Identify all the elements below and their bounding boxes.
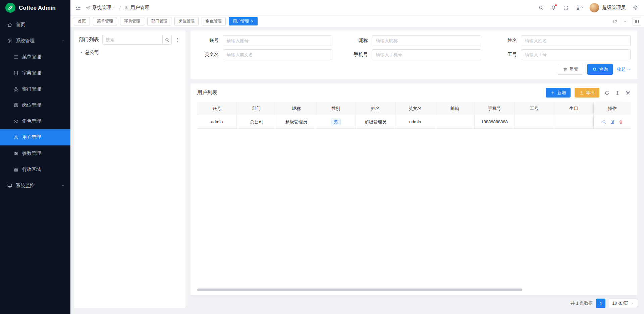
- account-input[interactable]: [223, 35, 332, 46]
- cell-department: 总公司: [237, 115, 276, 129]
- delete-icon[interactable]: [619, 120, 623, 124]
- table-row: admin 总公司 超级管理员 男 超级管理员 admin 1888888888…: [197, 115, 631, 129]
- refresh-icon[interactable]: [610, 17, 620, 25]
- tree-node-head-office[interactable]: 总公司: [79, 49, 180, 57]
- breadcrumb-page[interactable]: 用户管理: [124, 5, 149, 11]
- export-button-label: 导出: [586, 90, 595, 96]
- cell-phone: 18888888888: [475, 115, 514, 129]
- breadcrumb: 系统管理 / 用户管理: [86, 5, 149, 11]
- sidebar-item-home[interactable]: 首页: [0, 17, 70, 33]
- sidebar-item-dictionary-management[interactable]: 字典管理: [0, 65, 70, 81]
- name-input[interactable]: [521, 35, 631, 46]
- sidebar-item-role-management[interactable]: 角色管理: [0, 113, 70, 129]
- sidebar-item-admin-region[interactable]: 行政区域: [0, 162, 70, 178]
- horizontal-scrollbar: [197, 288, 631, 292]
- reset-button[interactable]: 重置: [558, 64, 583, 75]
- tab-label: 首页: [78, 18, 86, 24]
- monitor-icon: [7, 183, 12, 188]
- column-header: 昵称: [276, 102, 316, 115]
- tree-node-label: 总公司: [85, 50, 99, 56]
- phone-input[interactable]: [372, 49, 482, 60]
- department-panel-header: 部门列表: [79, 35, 180, 45]
- column-header: 英文名: [395, 102, 435, 115]
- sidebar-item-label: 首页: [16, 22, 25, 28]
- collapse-sidebar-icon[interactable]: [75, 5, 81, 11]
- search-form: 账号 昵称 姓名 英文名: [197, 35, 631, 60]
- work-no-input[interactable]: [521, 49, 631, 60]
- form-item-nickname: 昵称: [346, 35, 482, 46]
- layout-icon[interactable]: [633, 17, 641, 25]
- sidebar-item-post-management[interactable]: 岗位管理: [0, 97, 70, 113]
- gear-icon: [86, 5, 91, 10]
- sidebar-item-label: 岗位管理: [22, 102, 41, 108]
- sidebar-submenu: 菜单管理 字典管理 部门管理 岗位管理 角色管理: [0, 49, 70, 178]
- fullscreen-icon[interactable]: [563, 5, 569, 10]
- tab-role-management[interactable]: 角色管理: [202, 17, 226, 25]
- sidebar-item-menu-management[interactable]: 菜单管理: [0, 49, 70, 65]
- table-empty-area: [197, 129, 631, 288]
- app-root: Coffee Admin 首页 系统管理 菜单管理 字典管理: [0, 0, 644, 314]
- search-icon: [592, 67, 597, 72]
- tab-tools: [610, 17, 641, 25]
- sidebar-item-department-management[interactable]: 部门管理: [0, 81, 70, 97]
- plus-icon: [550, 90, 555, 95]
- sitemap-icon: [13, 86, 19, 92]
- tab-home[interactable]: 首页: [74, 17, 90, 25]
- sidebar: Coffee Admin 首页 系统管理 菜单管理 字典管理: [0, 0, 70, 314]
- sliders-icon: [13, 151, 19, 156]
- chevron-up-icon: [627, 67, 631, 71]
- collapse-form-link[interactable]: 收起: [617, 66, 631, 72]
- search-icon[interactable]: [538, 5, 544, 10]
- add-user-button[interactable]: 新增: [546, 88, 571, 98]
- close-icon[interactable]: ×: [251, 19, 254, 23]
- trash-icon: [563, 67, 568, 72]
- column-height-icon[interactable]: [615, 90, 620, 96]
- chevron-down-icon[interactable]: [620, 17, 630, 25]
- tab-user-management[interactable]: 用户管理 ×: [229, 17, 258, 25]
- edit-icon[interactable]: [610, 120, 615, 124]
- current-user-name[interactable]: 超级管理员: [602, 5, 626, 11]
- page-size-select[interactable]: 10 条/页: [609, 299, 637, 308]
- department-search-button[interactable]: [162, 35, 172, 45]
- user-icon: [124, 5, 129, 10]
- tab-label: 菜单管理: [97, 18, 113, 24]
- form-item-english-name: 英文名: [197, 49, 332, 60]
- sidebar-group-system-monitor[interactable]: 系统监控: [0, 178, 70, 194]
- sidebar-group-system-management[interactable]: 系统管理: [0, 33, 70, 49]
- settings-icon[interactable]: [633, 5, 638, 10]
- right-column: 账号 昵称 姓名 英文名: [191, 30, 637, 308]
- sidebar-item-parameter-management[interactable]: 参数管理: [0, 145, 70, 162]
- column-header: 工号: [515, 102, 554, 115]
- tab-dictionary-management[interactable]: 字典管理: [120, 17, 144, 25]
- view-icon[interactable]: [602, 120, 606, 124]
- tab-post-management[interactable]: 岗位管理: [174, 17, 199, 25]
- refresh-icon[interactable]: [604, 90, 610, 96]
- cell-nickname: 超级管理员: [276, 115, 316, 129]
- search-form-actions: 重置 查询 收起: [197, 64, 631, 75]
- department-search-input[interactable]: [102, 35, 162, 45]
- query-button[interactable]: 查询: [587, 64, 613, 75]
- pagination-page-1[interactable]: 1: [596, 299, 605, 308]
- column-header: 邮箱: [435, 102, 475, 115]
- tab-department-management[interactable]: 部门管理: [147, 17, 171, 25]
- nickname-input[interactable]: [372, 35, 482, 46]
- table-settings-icon[interactable]: [625, 90, 631, 96]
- gender-tag: 男: [331, 119, 340, 125]
- sidebar-item-user-management[interactable]: 用户管理: [0, 129, 70, 145]
- more-options-icon[interactable]: [175, 37, 180, 43]
- sidebar-item-label: 角色管理: [22, 118, 41, 124]
- app-title: Coffee Admin: [19, 5, 56, 11]
- form-item-name: 姓名: [495, 35, 631, 46]
- export-button[interactable]: 导出: [575, 88, 599, 98]
- translate-icon[interactable]: 文A: [576, 5, 583, 10]
- chevron-up-icon: [61, 39, 65, 43]
- tab-menu-management[interactable]: 菜单管理: [93, 17, 117, 25]
- user-list-title: 用户列表: [197, 89, 217, 96]
- user-avatar[interactable]: [590, 3, 599, 12]
- notification-bell-icon[interactable]: [551, 5, 556, 10]
- breadcrumb-section[interactable]: 系统管理: [86, 5, 116, 11]
- english-name-input[interactable]: [223, 49, 332, 60]
- cell-name: 超级管理员: [356, 115, 395, 129]
- scrollbar-thumb[interactable]: [197, 289, 522, 291]
- sidebar-item-label: 部门管理: [22, 86, 41, 92]
